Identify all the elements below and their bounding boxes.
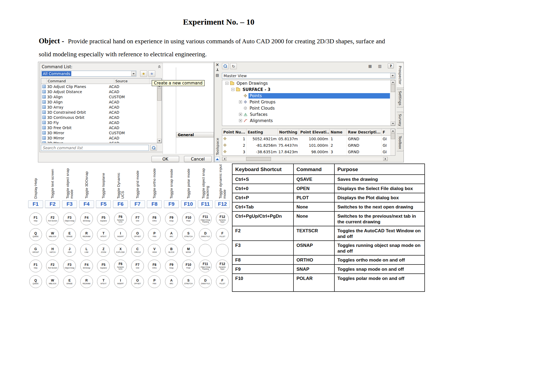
preview-toggle-icon[interactable]: ▦	[368, 64, 372, 68]
key-circle: F4 3DOsnap	[80, 260, 93, 272]
point-row[interactable]: 2 -81.8256m 275.4437m 101.000m 2 GRND GI	[222, 142, 395, 149]
circle-key: V	[153, 247, 156, 251]
tab-settings[interactable]: Settings	[397, 89, 404, 107]
circle-key: D	[204, 279, 207, 282]
collapse-box-icon[interactable]	[231, 88, 234, 91]
circle-sub: ARC	[170, 283, 173, 285]
circle-sub: BLOCK	[169, 251, 175, 253]
icon-column-header[interactable]	[41, 79, 47, 84]
scroll-right-button[interactable]	[383, 157, 388, 161]
horizontal-scrollbar[interactable]	[222, 157, 388, 161]
search-command-input[interactable]	[41, 145, 149, 151]
scrollbar-thumb[interactable]	[391, 84, 395, 92]
expand-panel-button[interactable]	[215, 157, 220, 162]
expand-box-icon[interactable]	[239, 119, 242, 122]
command-row[interactable]: 3D Constrained Orbit ACAD	[41, 110, 157, 115]
expand-box-icon[interactable]	[239, 113, 242, 116]
tree-scrollbar[interactable]	[391, 80, 395, 126]
find-command-button[interactable]: ★	[148, 70, 155, 77]
command-row[interactable]: 3D Align CUSTOM	[41, 94, 157, 99]
collapse-chevron-icon[interactable]	[158, 64, 161, 69]
tree-item-points[interactable]: Points	[222, 93, 395, 99]
master-view-combobox[interactable]: Master View	[222, 73, 395, 79]
command-column-header[interactable]: Command	[47, 79, 114, 84]
rotated-label-cell: Toggle text screen	[44, 164, 61, 199]
tab-prospector[interactable]: Prospector	[397, 63, 404, 88]
scroll-down-button[interactable]	[391, 122, 395, 126]
command-table-scrollbar[interactable]	[157, 84, 162, 143]
grid-scrollbar[interactable]	[391, 129, 395, 155]
collapse-box-icon[interactable]	[225, 82, 228, 85]
key-circle: F10 Polar	[182, 213, 195, 225]
rotated-label-cell: Toggle Dynamic UCS	[112, 164, 129, 199]
point-elevation: 100.000m	[299, 136, 330, 142]
tree-item-surfaces[interactable]: Surfaces	[222, 111, 395, 117]
ok-button[interactable]: OK	[151, 156, 179, 162]
grid-col-header[interactable]: Raw Descripti...	[347, 129, 382, 136]
grid-col-header[interactable]: Northing	[278, 129, 299, 136]
command-filter-combobox[interactable]: All Commands	[41, 71, 136, 77]
tab-toolbox[interactable]: Toolbox	[397, 133, 404, 151]
combo-dropdown-button[interactable]	[131, 71, 136, 76]
key-circle: F4 3DOsnap	[80, 213, 93, 225]
tree-item-open-drawings[interactable]: Open Drawings	[222, 80, 395, 86]
function-key-description: Toggle ortho mode	[152, 168, 156, 199]
scrollbar-thumb[interactable]	[391, 133, 395, 139]
grid-col-header[interactable]: Point Elevati...	[299, 129, 330, 136]
command-row[interactable]: 3D Mirror CUSTOM	[41, 130, 157, 135]
circle-sub: Grid	[136, 220, 139, 222]
new-command-button[interactable]: ★	[140, 70, 147, 77]
key-circle: F11 Object Snap Tracking	[199, 260, 212, 272]
command-source: ACAD	[109, 126, 157, 130]
grid-col-header[interactable]: Easting	[247, 129, 278, 136]
triangle-up-icon	[392, 81, 394, 83]
expand-box-icon[interactable]	[239, 100, 242, 103]
rotated-label-cell: Toggle ortho mode	[146, 164, 163, 199]
command-row[interactable]: 3D Mirror ACAD	[41, 135, 157, 141]
command-row[interactable]: 3D Array ACAD	[41, 104, 157, 110]
scrollbar-thumb[interactable]	[157, 88, 162, 101]
item-view-button[interactable]	[222, 63, 229, 69]
shortcut-command: ORTHO	[294, 256, 335, 264]
command-icon	[41, 105, 47, 109]
command-row[interactable]: 3D Free Orbit ACAD	[41, 125, 157, 130]
scroll-down-button[interactable]	[157, 139, 162, 143]
scroll-up-button[interactable]	[391, 80, 395, 84]
panel-menu-button[interactable]: ▤	[215, 73, 220, 77]
command-row[interactable]: 3D Align ACAD	[41, 99, 157, 104]
point-row[interactable]: 3 -38.6351m 317.8423m 98.000m 3 GRND GI	[222, 149, 395, 155]
grid-col-header[interactable]: Name	[330, 129, 347, 136]
scroll-left-button[interactable]	[222, 157, 227, 161]
refresh-button[interactable]: ↻	[230, 63, 237, 69]
tree-item-alignments[interactable]: Alignments	[222, 117, 395, 124]
tree-item-surface-3[interactable]: SURFACE - 3	[222, 86, 395, 93]
key-circle: A ARC	[165, 228, 178, 241]
scrollbar-thumb[interactable]	[246, 157, 271, 161]
circle-key: F3	[68, 263, 72, 266]
command-row[interactable]: 3D Adjust Clip Planes ACAD	[41, 84, 157, 89]
point-row[interactable]: 1 5052.4921m 305.8137m 100.000m 1 GRND G…	[222, 136, 395, 142]
general-section-header[interactable]: General	[176, 132, 214, 138]
key-circle: P PAN	[148, 228, 161, 241]
circle-sub: FILLET	[220, 283, 225, 285]
search-button[interactable]	[150, 145, 157, 151]
source-column-header[interactable]: Source	[114, 79, 150, 84]
circle-row-4: F1 Help F2 Text Screen F3 Object Snap	[27, 260, 231, 272]
command-row[interactable]: 3D Move ACAD	[41, 141, 157, 143]
panel-layout-icon[interactable]: ▥	[378, 64, 382, 68]
master-view-dropdown-button[interactable]	[390, 73, 395, 78]
command-source: ACAD	[109, 141, 157, 143]
point-number: 3	[243, 150, 245, 154]
tree-item-point-groups[interactable]: Point Groups	[222, 99, 395, 105]
grid-col-header[interactable]: Point Nu...	[222, 129, 247, 136]
cancel-button[interactable]: Cancel	[184, 156, 212, 162]
command-row[interactable]: 3D Adjust Distance ACAD	[41, 89, 157, 94]
close-button[interactable]: ×	[215, 63, 220, 67]
tab-survey[interactable]: Survey	[397, 112, 404, 129]
tree-item-point-clouds[interactable]: Point Clouds	[222, 105, 395, 111]
help-button[interactable]: ?	[388, 63, 394, 68]
autohide-button[interactable]	[215, 68, 220, 72]
command-row[interactable]: 3D Continuous Orbit ACAD	[41, 115, 157, 120]
command-row[interactable]: 3D Fly ACAD	[41, 120, 157, 125]
scroll-up-button[interactable]	[391, 129, 395, 133]
